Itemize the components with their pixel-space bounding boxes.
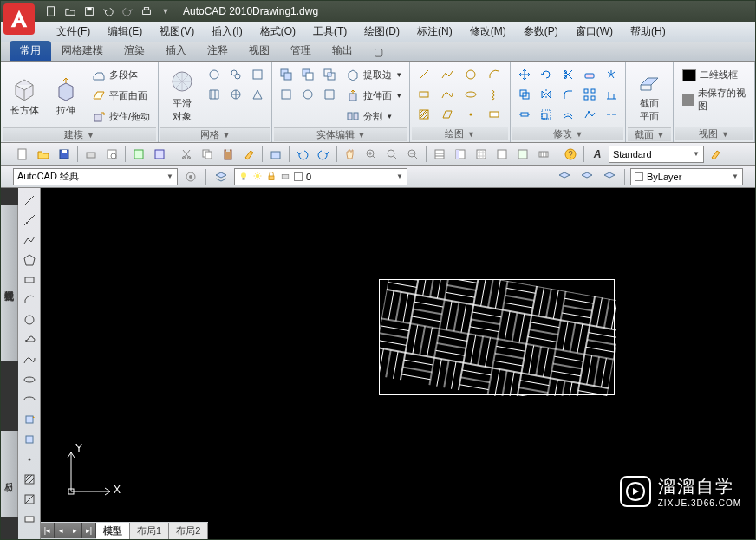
tab-expand-icon[interactable]: ▢ bbox=[363, 43, 394, 61]
menu-help[interactable]: 帮助(H) bbox=[622, 22, 675, 42]
chevron-down-icon[interactable]: ▼ bbox=[721, 130, 729, 139]
tb-copy-icon[interactable] bbox=[198, 146, 217, 163]
arc-icon[interactable] bbox=[484, 65, 505, 84]
qat-open-icon[interactable] bbox=[62, 3, 79, 19]
tb-dc-icon[interactable] bbox=[451, 146, 470, 163]
tp-arc-icon[interactable] bbox=[21, 291, 38, 309]
tb-mm-icon[interactable] bbox=[513, 146, 532, 163]
vs-unsaved[interactable]: 未保存的视图 bbox=[679, 85, 749, 114]
vs-2dwireframe[interactable]: 二维线框 bbox=[679, 67, 749, 83]
planesurf-button[interactable]: 平面曲面 bbox=[88, 86, 154, 105]
tb-qc-icon[interactable] bbox=[534, 146, 553, 163]
tp-line-icon[interactable] bbox=[21, 192, 38, 209]
tb-save-icon[interactable] bbox=[55, 146, 74, 163]
se5-icon[interactable] bbox=[297, 85, 318, 104]
smooth-button[interactable]: 平滑 对象 bbox=[162, 65, 202, 126]
chevron-down-icon[interactable]: ▼ bbox=[657, 131, 665, 140]
tb-new-icon[interactable] bbox=[13, 146, 32, 163]
tp-insert-icon[interactable] bbox=[21, 411, 38, 428]
tb-match-icon[interactable] bbox=[239, 146, 258, 163]
tb-zoomprev-icon[interactable] bbox=[403, 146, 422, 163]
explode-icon[interactable] bbox=[601, 65, 622, 84]
tb-undo-icon[interactable] bbox=[293, 146, 312, 163]
layout-first-icon[interactable]: |◂ bbox=[41, 523, 55, 538]
color-select[interactable]: ByLayer▼ bbox=[630, 168, 743, 185]
extract-edges-button[interactable]: 提取边▾ bbox=[342, 65, 406, 84]
tp-point-icon[interactable] bbox=[21, 451, 38, 468]
mesh-op5-icon[interactable] bbox=[225, 85, 246, 104]
tab-home[interactable]: 常用 bbox=[10, 41, 51, 61]
tp-polygon-icon[interactable] bbox=[21, 251, 38, 269]
tp-circle-icon[interactable] bbox=[21, 311, 38, 329]
tab-annotate[interactable]: 注释 bbox=[197, 41, 238, 61]
menu-draw[interactable]: 绘图(D) bbox=[355, 22, 408, 42]
box-button[interactable]: 长方体 bbox=[4, 65, 44, 126]
qat-dropdown-icon[interactable]: ▼ bbox=[157, 3, 174, 19]
rectangle-icon[interactable] bbox=[414, 85, 434, 104]
layout-tab-model[interactable]: 模型 bbox=[96, 523, 130, 539]
tb-3ddwf-icon[interactable] bbox=[150, 146, 169, 163]
tb-text-icon[interactable]: A bbox=[588, 146, 607, 163]
tab-insert[interactable]: 插入 bbox=[155, 41, 197, 61]
chevron-down-icon[interactable]: ▼ bbox=[223, 131, 231, 140]
point-icon[interactable] bbox=[460, 105, 481, 124]
ellipse-icon[interactable] bbox=[460, 85, 481, 104]
mesh-op3-icon[interactable] bbox=[247, 65, 268, 84]
menu-modify[interactable]: 修改(M) bbox=[461, 22, 515, 42]
menu-insert[interactable]: 插入(I) bbox=[203, 22, 251, 42]
layout-tab-1[interactable]: 布局1 bbox=[130, 523, 169, 539]
tb-redo-icon[interactable] bbox=[314, 146, 333, 163]
circle-icon[interactable] bbox=[460, 65, 481, 84]
tp-xline-icon[interactable] bbox=[21, 211, 38, 229]
layer-prev-icon[interactable] bbox=[577, 168, 596, 185]
menu-format[interactable]: 格式(O) bbox=[251, 22, 304, 42]
break-icon[interactable] bbox=[601, 105, 622, 124]
spline-icon[interactable] bbox=[437, 85, 458, 104]
workspace-select[interactable]: AutoCAD 经典▼ bbox=[13, 168, 178, 185]
union-icon[interactable] bbox=[276, 65, 297, 84]
move-icon[interactable] bbox=[514, 65, 535, 84]
trim-icon[interactable] bbox=[557, 65, 578, 84]
hatch-icon[interactable] bbox=[414, 105, 434, 124]
se4-icon[interactable] bbox=[276, 85, 297, 104]
side-tab-visual-styles[interactable]: 视觉样式管理器 bbox=[1, 205, 18, 361]
mirror-icon[interactable] bbox=[536, 85, 557, 104]
tb-zoomwin-icon[interactable] bbox=[382, 146, 401, 163]
tb-ssm-icon[interactable] bbox=[492, 146, 512, 163]
tb-zoomrt-icon[interactable] bbox=[362, 146, 381, 163]
wipeout-icon[interactable] bbox=[484, 105, 505, 124]
tb-publish-icon[interactable] bbox=[129, 146, 148, 163]
separate-button[interactable]: 分割▾ bbox=[342, 107, 406, 126]
menu-tools[interactable]: 工具(T) bbox=[304, 22, 355, 42]
scale-icon[interactable] bbox=[536, 105, 557, 124]
text-style-select[interactable]: Standard▼ bbox=[609, 146, 704, 163]
tp-spline-icon[interactable] bbox=[21, 351, 38, 368]
array-icon[interactable] bbox=[579, 85, 600, 104]
tb-props-icon[interactable] bbox=[430, 146, 449, 163]
sectionplane-button[interactable]: 截面 平面 bbox=[629, 65, 669, 126]
tab-mesh[interactable]: 网格建模 bbox=[51, 41, 114, 61]
tp-gradient-icon[interactable] bbox=[21, 491, 38, 508]
qat-save-icon[interactable] bbox=[81, 3, 98, 19]
se6-icon[interactable] bbox=[319, 85, 340, 104]
mesh-op6-icon[interactable] bbox=[247, 85, 268, 104]
tp-revcloud-icon[interactable] bbox=[21, 331, 38, 348]
polysolid-button[interactable]: 多段体 bbox=[88, 65, 154, 84]
tb-pan-icon[interactable] bbox=[341, 146, 360, 163]
chevron-down-icon[interactable]: ▼ bbox=[87, 131, 94, 140]
layout-next-icon[interactable]: ▸ bbox=[68, 523, 82, 538]
tp-rect-icon[interactable] bbox=[21, 271, 38, 289]
menu-window[interactable]: 窗口(W) bbox=[567, 22, 622, 42]
menu-edit[interactable]: 编辑(E) bbox=[99, 22, 151, 42]
stretch-icon[interactable] bbox=[514, 105, 535, 124]
tb-open-icon[interactable] bbox=[34, 146, 53, 163]
tp-ellipsearc-icon[interactable] bbox=[21, 391, 38, 408]
layout-last-icon[interactable]: ▸| bbox=[82, 523, 96, 538]
presspull-button[interactable]: 按住/拖动 bbox=[88, 107, 154, 126]
chevron-down-icon[interactable]: ▼ bbox=[358, 131, 366, 140]
rotate-icon[interactable] bbox=[536, 65, 557, 84]
erase-icon[interactable] bbox=[579, 65, 600, 84]
tab-manage[interactable]: 管理 bbox=[280, 41, 322, 61]
intersect-icon[interactable] bbox=[319, 65, 340, 84]
line-icon[interactable] bbox=[414, 65, 434, 84]
